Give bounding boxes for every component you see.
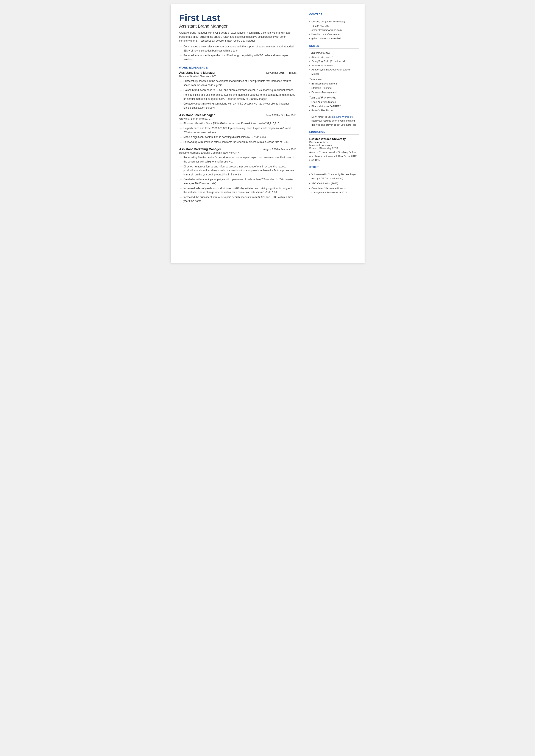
work-bullets: Successfully assisted in the development… xyxy=(183,79,296,110)
other-divider xyxy=(309,170,359,170)
list-item: Created email marketing campaigns with o… xyxy=(183,177,296,185)
work-company: Resume Worded's Exciting Company, New Yo… xyxy=(179,151,296,154)
tech-skills-list: Airtable (Advanced)SmugMug Flickr (Exper… xyxy=(309,55,359,76)
list-item: linkedin.com/in/username xyxy=(309,32,359,37)
summary-bullets: Commenced a new sales coverage procedure… xyxy=(183,44,296,61)
techniques-label: Techniques: xyxy=(309,78,359,81)
work-bullets: First-year Growthsi Store $549,980 incre… xyxy=(183,122,296,144)
work-entry-header: Assistant Marketing ManagerAugust 2010 –… xyxy=(179,147,296,151)
tech-skills-label: Technology Skills: xyxy=(309,51,359,54)
work-entry: Assistant Brand ManagerNovember 2015 – P… xyxy=(179,71,296,110)
other-header: OTHER xyxy=(309,166,359,168)
list-item: Business Development xyxy=(309,82,359,86)
left-column: First Last Assistant Brand Manager Creat… xyxy=(171,4,304,263)
work-entry: Assistant Sales ManagerJune 2013 – Octob… xyxy=(179,113,296,144)
list-item: Refined offline and online brand strateg… xyxy=(183,93,296,101)
list-item: Minitab xyxy=(309,72,359,76)
list-item: Adobe Systems Adobe After Effects xyxy=(309,68,359,72)
contact-section: CONTACT Denver, OH (Open to Remote)+1-23… xyxy=(309,13,359,41)
list-item: Business Management xyxy=(309,90,359,95)
skills-note-text: Don't forget to use xyxy=(312,116,332,118)
edu-school: Resume Worded University xyxy=(309,137,359,141)
edu-awards: Awards: Resume Worded Teaching Fellow (o… xyxy=(309,151,359,162)
list-item: Directed numerous formal and informal pr… xyxy=(183,165,296,177)
skills-section: SKILLS Technology Skills: Airtable (Adva… xyxy=(309,44,359,127)
summary-text: Creative brand manager with over 5 years… xyxy=(179,31,296,43)
list-item: Increased sales of yearbook product line… xyxy=(183,186,296,194)
education-header: EDUCATION xyxy=(309,130,359,133)
jobs-list: Assistant Brand ManagerNovember 2015 – P… xyxy=(179,71,296,203)
list-item: Denver, OH (Open to Remote) xyxy=(309,20,359,24)
work-entry-header: Assistant Sales ManagerJune 2013 – Octob… xyxy=(179,113,296,117)
other-section: OTHER Volunteered in Community Bazaar Pr… xyxy=(309,166,359,195)
list-item: Airtable (Advanced) xyxy=(309,55,359,60)
skills-note: Don't forget to use Resume Worded to sca… xyxy=(309,115,359,127)
list-item: Volunteered in Community Bazaar Project,… xyxy=(309,172,359,181)
edu-entry: Resume Worded University Bachelor of Art… xyxy=(309,137,359,162)
list-item: SmugMug Flickr (Experienced) xyxy=(309,59,359,64)
tools-label: Tools and Frameworks: xyxy=(309,96,359,99)
education-section: EDUCATION Resume Worded University Bache… xyxy=(309,130,359,162)
list-item: Made a significant contribution in boost… xyxy=(183,135,296,139)
right-column: CONTACT Denver, OH (Open to Remote)+1-23… xyxy=(304,4,365,263)
work-company: Resume Worded, New York, NY xyxy=(179,75,296,78)
work-company: Growthsi, San Francisco, CA xyxy=(179,117,296,120)
list-item: Successfully assisted in the development… xyxy=(183,79,296,87)
resume-worded-link[interactable]: Resume Worded xyxy=(332,116,351,118)
work-title: Assistant Marketing Manager xyxy=(179,147,221,151)
list-item: Followed up with previous offsite contra… xyxy=(183,140,296,144)
work-date: August 2010 – January 2013 xyxy=(263,148,296,151)
tools-list: Lean Analytics StagesPirate Metrics or "… xyxy=(309,100,359,113)
techniques-list: Business DevelopmentStrategic PlanningBu… xyxy=(309,82,359,95)
list-item: email@resumeworded.com xyxy=(309,28,359,32)
resume-container: First Last Assistant Brand Manager Creat… xyxy=(171,4,365,263)
edu-date: Boston, MA — May 2010 xyxy=(309,147,359,150)
list-item: Salesforce software xyxy=(309,64,359,68)
list-item: Increased the quantity of annual new pai… xyxy=(183,195,296,203)
work-experience-header: WORK EXPERIENCE xyxy=(179,66,296,69)
job-title: Assistant Brand Manager xyxy=(179,24,296,29)
list-item: Raised brand awareness to 27.5% and publ… xyxy=(183,88,296,92)
list-item: Created various marketing campaigns with… xyxy=(183,102,296,110)
work-date: November 2015 – Present xyxy=(266,71,296,74)
list-item: +1-234-456-789 xyxy=(309,24,359,28)
list-item: First-year Growthsi Store $549,980 incre… xyxy=(183,122,296,126)
list-item: Completed 10+ competitions on Management… xyxy=(309,186,359,195)
contact-list: Denver, OH (Open to Remote)+1-234-456-78… xyxy=(309,20,359,41)
education-divider xyxy=(309,134,359,135)
contact-divider xyxy=(309,17,359,17)
list-item: Strategic Planning xyxy=(309,86,359,90)
list-item: Reduced by 6% the product's cost due to … xyxy=(183,155,296,164)
list-item: Helped coach and foster 2-$1,000,000 top… xyxy=(183,126,296,134)
skills-divider xyxy=(309,48,359,49)
list-item: github.com/resumeworded xyxy=(309,37,359,41)
list-item: Porter's Five Forces xyxy=(309,108,359,113)
work-title: Assistant Sales Manager xyxy=(179,113,215,117)
list-item: ABC Certification (2022) xyxy=(309,182,359,185)
skills-header: SKILLS xyxy=(309,44,359,47)
other-list: Volunteered in Community Bazaar Project,… xyxy=(309,172,359,195)
work-bullets: Reduced by 6% the product's cost due to … xyxy=(183,155,296,203)
full-name: First Last xyxy=(179,13,296,23)
work-entry: Assistant Marketing ManagerAugust 2010 –… xyxy=(179,147,296,203)
list-item: Pirate Metrics or "AARRR!" xyxy=(309,104,359,109)
work-date: June 2013 – October 2015 xyxy=(266,114,296,117)
edu-major: Major in Economics xyxy=(309,144,359,147)
work-title: Assistant Brand Manager xyxy=(179,71,216,74)
list-item: Lean Analytics Stages xyxy=(309,100,359,104)
edu-degree: Bachelor of Arts xyxy=(309,141,359,144)
contact-header: CONTACT xyxy=(309,13,359,15)
name-title-block: First Last Assistant Brand Manager xyxy=(179,13,296,29)
work-entry-header: Assistant Brand ManagerNovember 2015 – P… xyxy=(179,71,296,74)
